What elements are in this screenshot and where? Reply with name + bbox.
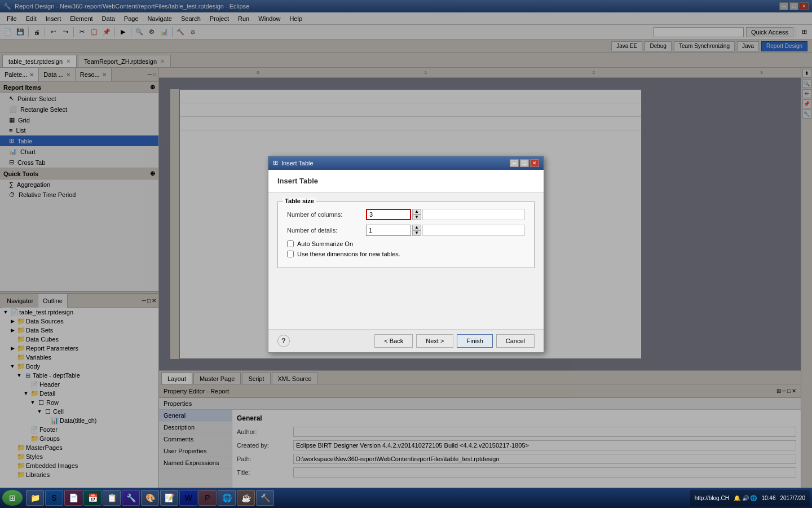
tray-icons: 🔔 🔊 🌐 [734,495,757,501]
finish-button[interactable]: Finish [457,334,492,348]
details-spin-down[interactable]: ▼ [412,230,421,236]
tray-url: http://blog.CH [695,495,729,501]
form-row-columns: Number of columns: ▲ ▼ [287,209,525,220]
taskbar-btn-onenote[interactable]: 📋 [103,490,121,506]
cancel-button[interactable]: Cancel [496,334,535,348]
dialog-close[interactable]: ✕ [530,159,539,167]
details-input[interactable] [366,225,411,236]
columns-spin-down[interactable]: ▼ [412,214,421,220]
dialog-header: Insert Table [268,170,544,192]
taskbar-btn-pdf[interactable]: 📄 [64,490,82,506]
taskbar-btn-skype[interactable]: S [45,490,63,506]
taskbar-tray: http://blog.CH 🔔 🔊 🌐 10:46 2017/7/20 [690,490,810,506]
taskbar-btn-notepad[interactable]: 📝 [160,490,178,506]
auto-summarize-row: Auto Summarize On [287,240,525,247]
form-row-details: Number of details: ▲ ▼ [287,225,525,236]
dialog-table-size-section: Table size Number of columns: ▲ ▼ Number… [277,202,535,268]
dialog-section-title: Table size [283,198,316,204]
tray-time: 10:46 [761,495,775,501]
start-button[interactable]: ⊞ [2,490,23,506]
dialog-maximize[interactable]: □ [520,159,529,167]
taskbar-btn-tools[interactable]: 🔨 [256,490,274,506]
modal-overlay: ⊞ Insert Table ─ □ ✕ Insert Table Table … [0,0,812,508]
columns-input[interactable] [366,209,411,220]
dialog-spacer [277,275,535,320]
taskbar-btn-outlook[interactable]: 📅 [83,490,102,506]
taskbar: ⊞ 📁 S 📄 📅 📋 🔧 🎨 📝 W P 🌐 ☕ 🔨 http://blog.… [0,488,812,508]
dialog-titlebar-controls: ─ □ ✕ [510,159,539,167]
taskbar-btn-explorer[interactable]: 📁 [26,490,44,506]
details-spinner: ▲ ▼ [412,225,421,236]
dialog-title-text: Insert Table [281,160,314,167]
taskbar-btn-word[interactable]: W [179,490,197,506]
dialog-titlebar: ⊞ Insert Table ─ □ ✕ [268,156,544,170]
columns-spinner: ▲ ▼ [412,209,421,220]
dialog-header-title: Insert Table [277,177,535,185]
taskbar-btn-chrome[interactable]: 🌐 [218,490,236,506]
columns-label: Number of columns: [287,211,366,218]
taskbar-btn-java[interactable]: ☕ [237,490,255,506]
auto-summarize-label: Auto Summarize On [297,240,353,247]
dialog-title-icon: ⊞ [273,159,278,167]
details-slider-track [422,225,525,236]
insert-table-dialog: ⊞ Insert Table ─ □ ✕ Insert Table Table … [268,156,544,353]
columns-spin-up[interactable]: ▲ [412,209,421,214]
dialog-minimize[interactable]: ─ [510,159,519,167]
taskbar-btn-paint[interactable]: 🎨 [141,490,159,506]
columns-slider-track [422,209,525,220]
back-button[interactable]: < Back [374,334,413,348]
next-button[interactable]: Next > [416,334,453,348]
details-spin-up[interactable]: ▲ [412,225,421,230]
details-label: Number of details: [287,227,366,234]
use-dimensions-checkbox[interactable] [287,251,294,257]
taskbar-btn-eclipse[interactable]: 🔧 [122,490,140,506]
help-button[interactable]: ? [277,335,290,347]
use-dimensions-label: Use these dimensions for new tables. [297,251,400,257]
auto-summarize-checkbox[interactable] [287,240,294,247]
dialog-body: Table size Number of columns: ▲ ▼ Number… [268,192,544,329]
use-dimensions-row: Use these dimensions for new tables. [287,251,525,257]
dialog-title: ⊞ Insert Table [273,159,314,167]
dialog-footer: ? < Back Next > Finish Cancel [268,329,544,352]
taskbar-btn-ppt[interactable]: P [198,490,217,506]
tray-date: 2017/7/20 [780,495,806,501]
dialog-footer-buttons: < Back Next > Finish Cancel [374,334,535,348]
